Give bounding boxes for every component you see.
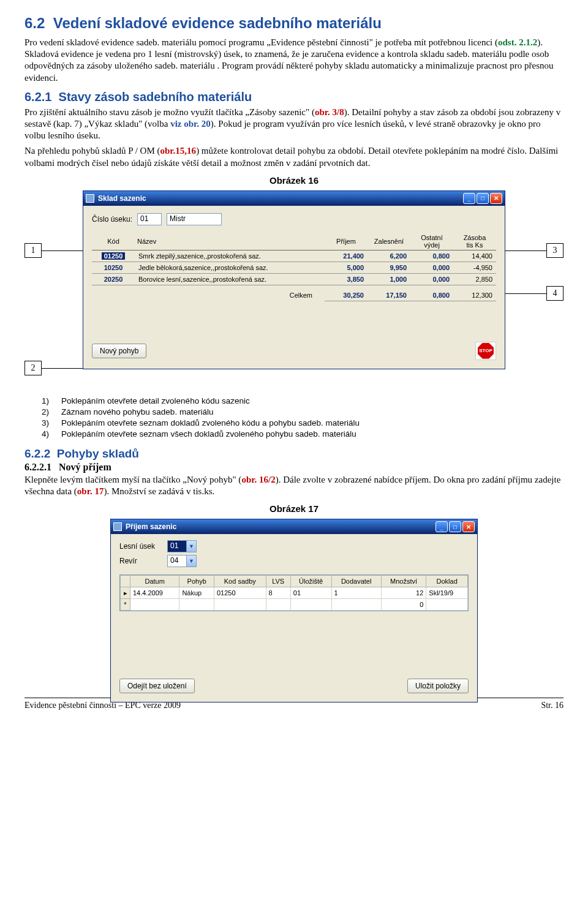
label-cislo-useku: Číslo úseku:: [92, 215, 132, 224]
cell-nazev: Jedle bělokorá,sazenice,,prostokořená sa…: [135, 262, 325, 273]
callout-4: 4: [546, 286, 564, 301]
heading-num: 6.2: [24, 15, 45, 31]
window-prijem-sazenic: Příjem sazenic _ □ ✕ Lesní úsek 01 ▼ Rev…: [110, 519, 478, 702]
table-zasoby: Kód Název Příjem Zalesnění Ostatnívýdej …: [92, 233, 496, 301]
cell-zalesneni[interactable]: 6,200: [368, 250, 410, 262]
col-mnozstvi: Množství: [381, 576, 426, 587]
cell-vydej[interactable]: 0,000: [410, 273, 453, 285]
save-button[interactable]: Uložit položky: [407, 679, 469, 693]
total-prijem[interactable]: 30,250: [325, 285, 368, 301]
total-zalesneni[interactable]: 17,150: [368, 285, 410, 301]
footer-right: Str. 16: [541, 701, 564, 710]
cell-doklad[interactable]: Skl/19/9: [426, 587, 468, 599]
total-vydej[interactable]: 0,800: [410, 285, 453, 301]
col-datum: Datum: [130, 576, 179, 587]
cell-dodavatel[interactable]: 1: [331, 587, 381, 599]
col-doklad: Doklad: [426, 576, 468, 587]
cell-zasoba: 14,400: [453, 250, 496, 262]
window-title: Sklad sazenic: [98, 194, 463, 203]
input-cislo-useku[interactable]: 01: [137, 213, 162, 225]
table-row[interactable]: 10250 Jedle bělokorá,sazenice,,prostokoř…: [92, 262, 496, 273]
table-row[interactable]: 20250 Borovice lesní,sazenice,,prostokoř…: [92, 273, 496, 285]
row-selector-icon[interactable]: ▸: [121, 587, 130, 599]
col-vydej: Ostatnívýdej: [410, 233, 453, 250]
caption-obrazek-16: Obrázek 16: [24, 175, 564, 186]
col-zasoba: Zásobatis Ks: [453, 233, 496, 250]
heading-num: 6.2.1: [24, 90, 51, 104]
grid-prijem[interactable]: Datum Pohyb Kod sadby LVS Úložiště Dodav…: [119, 574, 469, 611]
cell-pohyb[interactable]: Nákup: [179, 587, 214, 599]
cell-prijem[interactable]: 21,400: [325, 250, 368, 262]
window-sklad-sazenic: Sklad sazenic _ □ ✕ Číslo úseku: 01 Mist…: [83, 190, 505, 369]
callout-1: 1: [24, 243, 42, 258]
chevron-down-icon[interactable]: ▼: [187, 540, 197, 552]
cell-prijem[interactable]: 3,850: [325, 273, 368, 285]
cell-kod[interactable]: 01250: [214, 587, 266, 599]
heading-6-2-2-1: 6.2.2.1 Nový příjem: [24, 462, 564, 473]
cell-zalesneni[interactable]: 9,950: [368, 262, 410, 273]
cell-zasoba: -4,950: [453, 262, 496, 273]
para-6-2-1a: Pro zjištění aktuálního stavu zásob je m…: [24, 107, 564, 142]
callout-2: 2: [24, 361, 42, 375]
cell-uloziste[interactable]: 01: [290, 587, 331, 599]
minimize-button[interactable]: _: [435, 521, 448, 532]
cancel-button[interactable]: Odejít bez uložení: [119, 679, 195, 693]
cell-lvs[interactable]: 8: [266, 587, 290, 599]
stop-button[interactable]: STOP: [475, 342, 496, 360]
window-icon: [113, 522, 122, 531]
chevron-down-icon[interactable]: ▼: [187, 555, 197, 567]
cell-prijem[interactable]: 5,000: [325, 262, 368, 273]
col-prijem: Příjem: [325, 233, 368, 250]
col-nazev: Název: [135, 233, 325, 250]
table-row[interactable]: 01250 Smrk ztepilý,sazenice,,prostokořen…: [92, 250, 496, 262]
heading-6-2: 6.2 Vedení skladové evidence sadebního m…: [24, 15, 564, 32]
cell-kod[interactable]: 20250: [92, 273, 135, 285]
callout-3: 3: [546, 243, 564, 258]
col-kod-sadby: Kod sadby: [214, 576, 266, 587]
maximize-button[interactable]: □: [477, 193, 489, 204]
ref-obr-16-2: obr. 16/2: [241, 475, 275, 484]
cell-kod[interactable]: 01250: [102, 252, 126, 260]
cell-kod[interactable]: 10250: [92, 262, 135, 273]
cell-vydej[interactable]: 0,800: [410, 250, 453, 262]
heading-num: 6.2.2.1: [24, 462, 51, 472]
titlebar[interactable]: Sklad sazenic _ □ ✕: [83, 191, 505, 206]
cell-vydej[interactable]: 0,000: [410, 262, 453, 273]
input-usek-nazev[interactable]: Mistr: [167, 213, 222, 225]
ref-obr-20: viz obr. 20: [170, 119, 211, 129]
grid-row[interactable]: ▸ 14.4.2009 Nákup 01250 8 01 1 12 Skl/19…: [121, 587, 468, 599]
novy-pohyb-button[interactable]: Nový pohyb: [92, 344, 146, 358]
cell-nazev: Borovice lesní,sazenice,,prostokořená sa…: [135, 273, 325, 285]
heading-title: Pohyby skladů: [57, 447, 139, 460]
window-title: Příjem sazenic: [126, 522, 435, 531]
combo-lesni-usek[interactable]: 01 ▼: [167, 540, 197, 552]
new-row-icon[interactable]: *: [121, 599, 130, 611]
ref-obr-15-16: obr.15,16: [160, 146, 197, 156]
label-revir: Revír: [119, 557, 162, 565]
total-zasoba: 12,300: [453, 285, 496, 301]
close-button[interactable]: ✕: [490, 193, 502, 204]
legend-item: Poklepáním otevřete seznam dokladů zvole…: [61, 418, 360, 427]
row-selector-header: [121, 576, 130, 587]
col-zalesneni: Zalesnění: [368, 233, 410, 250]
para-6-2: Pro vedení skladové evidence sadeb. mate…: [24, 37, 564, 84]
grid-row-new[interactable]: * 0: [121, 599, 468, 611]
minimize-button[interactable]: _: [463, 193, 475, 204]
col-lvs: LVS: [266, 576, 290, 587]
close-button[interactable]: ✕: [462, 521, 475, 532]
cell-mnozstvi[interactable]: 0: [381, 599, 426, 611]
window-icon: [86, 194, 94, 203]
maximize-button[interactable]: □: [449, 521, 461, 532]
heading-title: Stavy zásob sadebního materiálu: [59, 90, 252, 104]
cell-zalesneni[interactable]: 1,000: [368, 273, 410, 285]
legend-item: Poklepáním otevřete seznam všech dokladů…: [61, 429, 356, 439]
titlebar[interactable]: Příjem sazenic _ □ ✕: [111, 519, 477, 534]
col-dodavatel: Dodavatel: [331, 576, 381, 587]
legend-list-16: 1)Poklepáním otevřete detail zvoleného k…: [42, 396, 564, 439]
heading-title: Vedení skladové evidence sadebního mater…: [53, 15, 382, 31]
cell-mnozstvi[interactable]: 12: [381, 587, 426, 599]
combo-revir[interactable]: 04 ▼: [167, 555, 197, 567]
heading-num: 6.2.2: [24, 447, 50, 460]
ref-obr-3-8: obr. 3/8: [315, 107, 344, 117]
cell-datum[interactable]: 14.4.2009: [130, 587, 179, 599]
